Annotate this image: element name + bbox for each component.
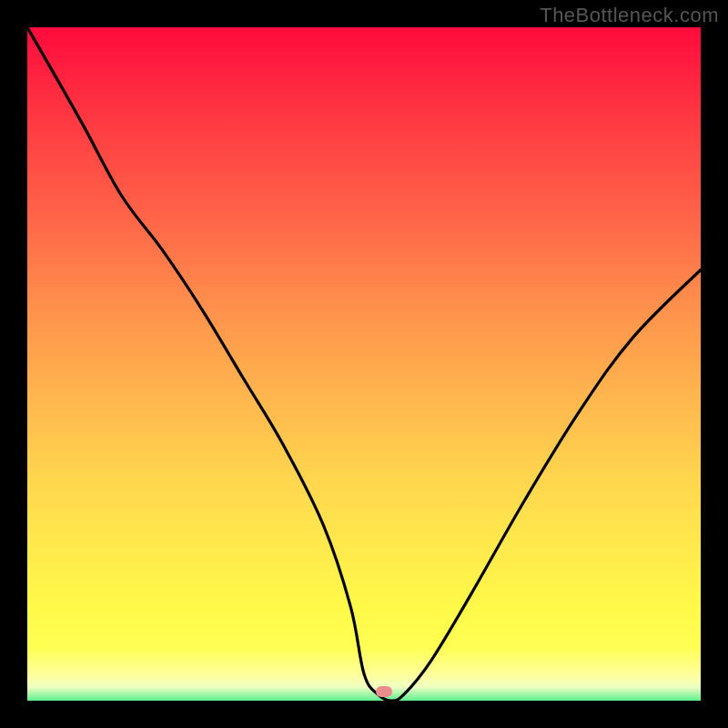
bottleneck-marker xyxy=(376,686,392,697)
watermark-text: TheBottleneck.com xyxy=(540,4,719,27)
plot-area xyxy=(27,27,701,701)
bottleneck-curve-path xyxy=(27,27,701,701)
chart-frame: TheBottleneck.com xyxy=(0,0,728,728)
curve-svg xyxy=(27,27,701,701)
